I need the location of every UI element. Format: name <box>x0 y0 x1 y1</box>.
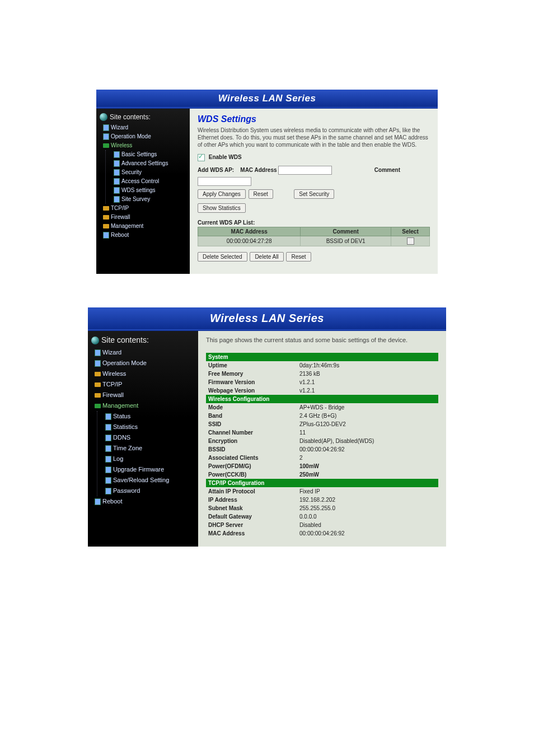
status-value: 100mW <box>297 462 438 470</box>
status-key: Channel Number <box>206 428 297 437</box>
sidebar-item-label[interactable]: WDS settings <box>121 187 156 193</box>
sidebar-item[interactable]: Reboot <box>95 496 195 507</box>
status-row: Channel Number11 <box>206 428 438 437</box>
status-key: IP Address <box>206 496 297 504</box>
sidebar-item[interactable]: Reboot <box>103 231 186 240</box>
status-key: Free Memory <box>206 370 297 378</box>
sidebar-item[interactable]: Password <box>105 486 195 496</box>
sidebar-item[interactable]: Basic Settings <box>114 150 186 159</box>
show-statistics-button[interactable]: Show Statistics <box>198 203 246 213</box>
sidebar-item[interactable]: TCP/IP <box>95 379 195 390</box>
sidebar-item[interactable]: Wireless <box>95 368 195 379</box>
sidebar-item-label[interactable]: Time Zone <box>113 445 142 451</box>
mac-address-input[interactable] <box>278 166 332 175</box>
page-icon <box>103 232 109 239</box>
sidebar-item[interactable]: WDS settings <box>114 186 186 195</box>
status-row: Power(CCK/B)250mW <box>206 470 438 479</box>
sidebar-item[interactable]: Advanced Settings <box>114 159 186 168</box>
enable-wds-checkbox[interactable] <box>198 154 205 161</box>
section-header: Wireless Configuration <box>206 395 438 403</box>
status-row: Free Memory2136 kB <box>206 370 438 378</box>
sidebar-item[interactable]: Time Zone <box>105 443 195 454</box>
sidebar-item-label[interactable]: Operation Mode <box>111 133 151 139</box>
folder-icon <box>95 393 101 398</box>
delete-all-button[interactable]: Delete All <box>250 252 283 262</box>
sidebar-item-label[interactable]: Log <box>113 455 123 462</box>
sidebar-item[interactable]: Management <box>103 222 186 231</box>
sidebar-item-label[interactable]: Firewall <box>102 391 124 398</box>
sidebar-tree: WizardOperation ModeWirelessTCP/IPFirewa… <box>91 347 195 507</box>
reset-button[interactable]: Reset <box>249 189 273 199</box>
sidebar-item-label[interactable]: Password <box>113 487 140 494</box>
sidebar-item[interactable]: Statistics <box>105 422 195 432</box>
sidebar-item[interactable]: Firewall <box>95 390 195 400</box>
sidebar-subtree: StatusStatisticsDDNSTime ZoneLogUpgrade … <box>97 411 195 496</box>
page-icon <box>105 477 111 484</box>
sidebar-item-label[interactable]: Firewall <box>111 214 130 220</box>
sidebar-item[interactable]: Security <box>114 168 186 177</box>
sidebar-item-label[interactable]: Advanced Settings <box>121 160 168 166</box>
sidebar-item-label[interactable]: Wireless <box>102 370 126 377</box>
sidebar-item[interactable]: Operation Mode <box>95 358 195 368</box>
status-key: Default Gateway <box>206 512 297 521</box>
apply-changes-button[interactable]: Apply Changes <box>198 189 246 199</box>
wds-panel: Wireless LAN Series Site contents: Wizar… <box>96 90 438 274</box>
sidebar-item-label[interactable]: DDNS <box>113 434 130 441</box>
sidebar-item[interactable]: Management <box>95 400 195 411</box>
sidebar: Site contents: WizardOperation ModeWirel… <box>88 331 198 547</box>
sidebar-item[interactable]: Site Survey <box>114 195 186 204</box>
status-key: Power(OFDM/G) <box>206 462 297 470</box>
sidebar-item[interactable]: Wizard <box>103 123 186 132</box>
enable-wds-label: Enable WDS <box>209 154 242 160</box>
sidebar-item[interactable]: Log <box>105 454 195 464</box>
sidebar-item-label[interactable]: Basic Settings <box>121 151 157 157</box>
sidebar-item[interactable]: Wizard <box>95 347 195 358</box>
status-value: 00:00:00:04:26:92 <box>297 445 438 454</box>
sidebar-item-label[interactable]: Site Survey <box>121 196 150 202</box>
status-row: Band2.4 GHz (B+G) <box>206 412 438 420</box>
sidebar-item-label[interactable]: Management <box>111 223 143 229</box>
sidebar-item-label[interactable]: Reboot <box>102 498 122 505</box>
sidebar-item-label[interactable]: Status <box>113 413 130 419</box>
status-value: v1.2.1 <box>297 386 438 395</box>
sidebar-title: Site contents: <box>110 113 151 121</box>
sidebar-item[interactable]: Status <box>105 411 195 422</box>
reset-list-button[interactable]: Reset <box>286 252 311 262</box>
sidebar-item-label[interactable]: Reboot <box>111 232 129 238</box>
sidebar-item-label[interactable]: Management <box>102 402 138 409</box>
sidebar-item[interactable]: TCP/IP <box>103 204 186 213</box>
page-icon <box>103 133 109 140</box>
status-value: 2.4 GHz (B+G) <box>297 412 438 420</box>
comment-input[interactable] <box>198 177 251 186</box>
sidebar-item-label[interactable]: TCP/IP <box>111 205 129 211</box>
sidebar-item[interactable]: Operation Mode <box>103 132 186 141</box>
sidebar-item-label[interactable]: Security <box>121 169 142 175</box>
sidebar-item-label[interactable]: Operation Mode <box>102 360 147 366</box>
col-comment: Comment <box>301 227 391 236</box>
sidebar-item-label[interactable]: Wireless <box>111 142 132 148</box>
status-panel: Wireless LAN Series Site contents: Wizar… <box>88 307 446 547</box>
status-row: MAC Address00:00:00:04:26:92 <box>206 529 438 538</box>
globe-icon <box>100 113 107 121</box>
select-row-checkbox[interactable] <box>407 237 414 245</box>
section-header: System <box>206 353 438 361</box>
delete-selected-button[interactable]: Delete Selected <box>198 252 247 262</box>
sidebar-item-label[interactable]: Wizard <box>111 124 128 130</box>
sidebar-item[interactable]: DDNS <box>105 432 195 443</box>
sidebar-item-label[interactable]: Access Control <box>121 178 159 184</box>
status-content: This page shows the current status and s… <box>198 331 446 547</box>
set-security-button[interactable]: Set Security <box>294 189 334 199</box>
sidebar-item-label[interactable]: Statistics <box>113 423 138 430</box>
sidebar-item-label[interactable]: Upgrade Firmware <box>113 466 164 473</box>
page-icon <box>105 466 111 473</box>
sidebar-item-label[interactable]: Save/Reload Setting <box>113 477 169 483</box>
sidebar-item-label[interactable]: TCP/IP <box>102 381 122 388</box>
sidebar-item[interactable]: Wireless <box>103 141 186 150</box>
status-intro: This page shows the current status and s… <box>206 337 438 344</box>
sidebar-item-label[interactable]: Wizard <box>102 349 121 356</box>
sidebar-item[interactable]: Access Control <box>114 177 186 186</box>
sidebar-item[interactable]: Firewall <box>103 213 186 222</box>
sidebar-item[interactable]: Upgrade Firmware <box>105 464 195 475</box>
status-key: Encryption <box>206 437 297 445</box>
sidebar-item[interactable]: Save/Reload Setting <box>105 475 195 486</box>
